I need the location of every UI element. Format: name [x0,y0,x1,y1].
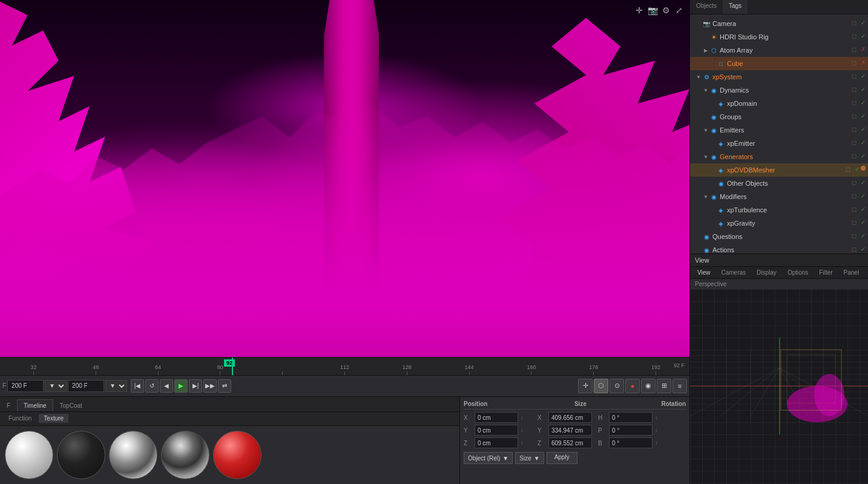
size-dropdown[interactable]: Size ▼ [515,452,544,464]
viewport[interactable]: ✛ 📷 ⚙ ⤢ [0,0,689,357]
material-ball-white[interactable] [5,431,53,479]
vis-btn-xpturbulence[interactable]: ☐ [850,206,858,214]
header-size: Size [574,401,587,407]
vis-btn-groups[interactable]: ☐ [850,113,858,121]
vis-btn-generators[interactable]: ☐ [850,152,858,161]
vis-btn-hdri[interactable]: ☐ [850,33,858,41]
vis-btn-dynamics[interactable]: ☐ [850,86,858,94]
viewport-settings-icon[interactable]: ⚙ [660,5,671,16]
to-start-button[interactable]: |◀ [131,379,144,393]
grid-tool-btn[interactable]: ⊞ [657,379,671,393]
vis-btn-xpdomain[interactable]: ☐ [850,99,858,108]
tree-item-dynamics[interactable]: ▼ ◉ Dynamics ☐ ✓ [690,83,868,97]
material-ball-chrome2[interactable] [161,431,209,479]
miniview-container[interactable] [690,289,868,484]
coord-system-dropdown[interactable]: Object (Rel) ▼ [464,452,513,464]
vis-btn-modifiers[interactable]: ☐ [850,192,858,201]
viewport-camera-icon[interactable]: 📷 [647,5,658,16]
material-ball-chrome[interactable] [109,431,157,479]
tree-item-xpturbulence[interactable]: ◈ xpTurbulence ☐ ✓ [690,203,868,217]
record-tool-btn[interactable]: ● [625,379,640,393]
vis-btn-other[interactable]: ☐ [850,179,858,188]
viewport-maximize-icon[interactable]: ⤢ [674,5,685,16]
extra-tool-btn[interactable]: ≡ [672,379,687,393]
arrow-xpdomain [709,100,717,107]
tree-item-other-objects[interactable]: ◉ Other Objects ☐ ✓ [690,177,868,190]
nav-view[interactable]: View [692,268,715,277]
tree-item-cube[interactable]: □ Cube ☐ ✗ [690,57,868,70]
select-tool-btn[interactable]: ⬡ [594,379,608,393]
vis-btn-actions[interactable]: ☐ [850,246,858,253]
vis-btn-xpgravity[interactable]: ☐ [850,219,858,227]
nav-options[interactable]: Options [783,268,813,277]
nav-panel[interactable]: Panel [839,268,864,277]
vis-btn-camera[interactable]: ☐ [850,19,858,28]
tree-item-atom-array[interactable]: ▶ ⬡ Atom Array ☐ ✗ [690,44,868,57]
next-frame-button[interactable]: ▶| [189,379,202,393]
frame-dropdown[interactable]: ▼ [45,380,67,392]
tree-item-camera[interactable]: 📷 Camera ☐ ✓ [690,17,868,30]
frame-display-1[interactable]: 200 F [7,380,44,392]
nav-display[interactable]: Display [752,268,781,277]
apply-button[interactable]: Apply [547,452,577,464]
timeline-ruler[interactable]: 32 48 64 80 112 128 144 160 176 192 92 9… [0,358,689,376]
header-position: Position [464,401,487,407]
tree-item-xpsystem[interactable]: ▼ ⚙ xpSystem ☐ ✓ [690,70,868,83]
vis-btn-questions[interactable]: ☐ [850,232,858,241]
move-tool-btn[interactable]: ✛ [578,379,593,393]
scene-tree[interactable]: 📷 Camera ☐ ✓ ☀ HDRI Studio Rig ☐ ✓ [690,15,868,253]
viewport-move-icon[interactable]: ✛ [634,5,645,16]
tab-f[interactable]: F [0,399,17,411]
tab-topcoat[interactable]: TopCoat [53,399,89,411]
orbit-tool-btn[interactable]: ⊙ [610,379,624,393]
vis-btn-cube[interactable]: ☐ [850,59,858,68]
coord-input-h-rot[interactable] [609,412,653,423]
icon-actions: ◉ [702,246,711,253]
tree-item-xpovdbmesher[interactable]: ◈ xpOVDBMesher ☐ ✓ [690,163,868,177]
tree-item-questions[interactable]: ◉ Questions ☐ ✓ [690,230,868,243]
tree-item-xpdomain[interactable]: ◈ xpDomain ☐ ✓ [690,97,868,110]
coord-input-x-size[interactable] [548,412,592,423]
key-tool-btn[interactable]: ◉ [641,379,656,393]
coord-input-y-pos[interactable] [475,425,518,436]
tab-tags[interactable]: Tags [723,0,748,14]
prev-frame-button[interactable]: ◀ [160,379,173,393]
vis-btn-atom[interactable]: ☐ [850,46,858,54]
material-ball-red[interactable] [213,431,261,479]
vis-btn-xpovdbmesher[interactable]: ☐ [844,166,852,174]
tree-item-modifiers[interactable]: ▼ ◉ Modifiers ☐ ✓ [690,190,868,203]
tree-item-hdri[interactable]: ☀ HDRI Studio Rig ☐ ✓ [690,30,868,44]
tree-item-groups[interactable]: ◉ Groups ☐ ✓ [690,110,868,123]
viewport-canvas [0,0,689,357]
subtab-function[interactable]: Function [4,414,36,423]
coord-input-b-rot[interactable] [609,437,653,448]
arrow-other-objects [709,180,717,187]
back-button[interactable]: ↺ [145,379,159,393]
coord-input-z-size[interactable] [548,437,592,448]
tab-objects[interactable]: Objects [690,0,723,14]
frame-display-2[interactable]: 200 F [68,380,104,392]
subtab-texture[interactable]: Texture [39,414,68,423]
tree-item-emitters[interactable]: ▼ ◉ Emitters ☐ ✓ [690,123,868,137]
tree-item-generators[interactable]: ▼ ◉ Generators ☐ ✓ [690,150,868,163]
tree-item-xpgravity[interactable]: ◈ xpGravity ☐ ✓ [690,217,868,230]
coord-input-x-pos[interactable] [475,412,518,423]
label-xpgravity: xpGravity [727,220,850,227]
nav-cameras[interactable]: Cameras [717,268,751,277]
tab-timeline[interactable]: Timeline [17,399,53,411]
coord-input-z-pos[interactable] [475,437,518,448]
coord-input-y-size[interactable] [548,425,592,436]
tree-item-xpemitter[interactable]: ◈ xpEmitter ☐ ✓ [690,137,868,150]
play-button[interactable]: ▶ [174,379,188,393]
tree-item-actions[interactable]: ◉ Actions ☐ ✓ [690,243,868,253]
to-end-button[interactable]: ▶▶ [203,379,217,393]
vis-btn-xpemitter[interactable]: ☐ [850,139,858,148]
coord-input-p-rot[interactable] [609,425,653,436]
vis-btn-emitters[interactable]: ☐ [850,126,858,134]
coord-system-arrow: ▼ [502,455,508,462]
material-ball-dark[interactable] [57,431,105,479]
vis-btn-xpsystem[interactable]: ☐ [850,73,858,81]
frame-dropdown-2[interactable]: ▼ [105,380,127,392]
nav-filter[interactable]: Filter [814,268,837,277]
loop-button[interactable]: ⇄ [218,379,231,393]
